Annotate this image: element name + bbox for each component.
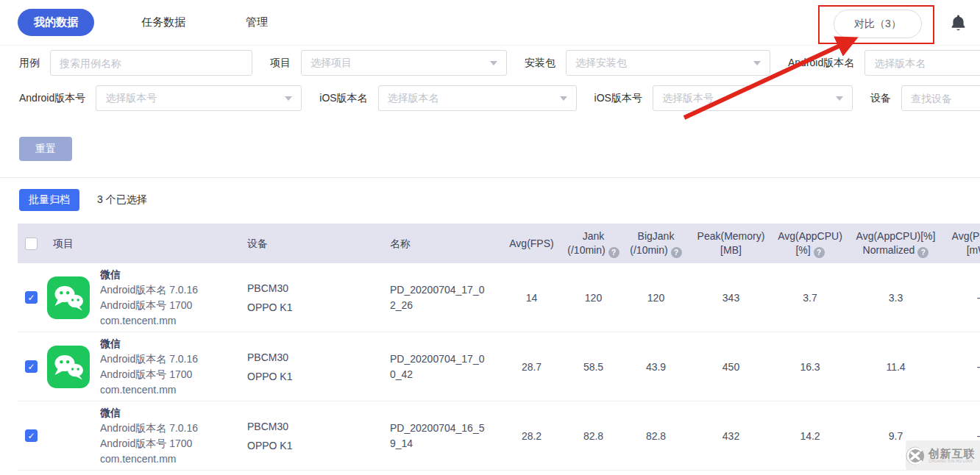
filter-ios-version-name: iOS版本名 选择版本名: [319, 85, 576, 111]
watermark-subtitle: CHUANG XIN HU LIAN: [928, 459, 973, 463]
tab-manage[interactable]: 管理: [246, 15, 268, 29]
watermark: 创新互联 CHUANG XIN HU LIAN: [906, 440, 980, 471]
watermark-logo-icon: [906, 446, 925, 466]
results-table: ✓ 项目 设备 名称 Avg(FPS) Jank (/10min)? BigJa…: [18, 224, 980, 475]
android-version-code-value: 选择版本号: [105, 92, 279, 105]
device-model: PBCM30: [247, 417, 375, 436]
filter-project: 项目 选择项目: [270, 50, 507, 76]
filter-panel: 用例 项目 选择项目 安装包 选择安装包 Androi: [0, 46, 980, 111]
case-name[interactable]: PD_20200704_16_59_14: [375, 421, 500, 451]
help-icon[interactable]: ?: [917, 247, 928, 258]
jank-value: 120: [563, 292, 624, 304]
watermark-title: 创新互联: [928, 448, 980, 459]
header-project[interactable]: 项目: [43, 237, 235, 251]
avg-appcpu-value: 3.7: [774, 292, 846, 304]
app-version-name: Android版本名 7.0.16: [100, 282, 198, 298]
app-version-code: Android版本号 1700: [100, 436, 198, 451]
app-package: com.tencent.mm: [100, 451, 198, 467]
avg-power-value: -: [945, 292, 980, 304]
dropdown-arrow-icon: [490, 61, 497, 65]
top-nav: 我的数据 任务数据 管理 对比（3）: [0, 0, 980, 46]
device-market-name: OPPO K1: [247, 298, 375, 317]
table-row[interactable]: ✓ 微信 Android版本名 7.0.16 Android: [18, 401, 980, 471]
filter-android-version-name: Android版本名: [788, 50, 980, 76]
ios-version-name-select[interactable]: 选择版本名: [378, 85, 577, 111]
usecase-search-input-field[interactable]: [60, 57, 243, 69]
peak-memory-value: 343: [688, 292, 774, 304]
ios-version-name-label: iOS版本名: [319, 92, 367, 105]
app-package: com.tencent.mm: [100, 382, 198, 398]
package-select[interactable]: 选择安装包: [566, 50, 770, 76]
case-name[interactable]: PD_20200704_17_00_42: [375, 351, 500, 382]
case-name[interactable]: PD_20200704_17_02_26: [375, 282, 500, 313]
filter-row-1: 用例 项目 选择项目 安装包 选择安装包 Androi: [19, 50, 980, 76]
android-version-code-label: Android版本号: [19, 92, 85, 105]
tab-my-data[interactable]: 我的数据: [18, 9, 94, 36]
jank-value: 58.5: [563, 361, 624, 373]
header-avg-appcpu[interactable]: Avg(AppCPU) [%]?: [774, 229, 846, 258]
table-header-row: ✓ 项目 设备 名称 Avg(FPS) Jank (/10min)? BigJa…: [18, 224, 980, 263]
batch-archive-button[interactable]: 批量归档: [19, 189, 79, 211]
row-checkbox[interactable]: ✓: [25, 429, 38, 442]
android-version-name-input-field[interactable]: [874, 57, 980, 69]
help-icon[interactable]: ?: [814, 247, 825, 258]
header-peak-memory[interactable]: Peak(Memory) [MB]: [688, 229, 774, 257]
avg-power-value: -: [945, 361, 980, 373]
compare-button[interactable]: 对比（3）: [834, 10, 922, 38]
dropdown-arrow-icon: [285, 96, 292, 101]
app-name: 微信: [100, 336, 198, 351]
ios-version-code-select[interactable]: 选择版本号: [653, 85, 853, 111]
header-jank[interactable]: Jank (/10min)?: [563, 229, 624, 258]
app-package: com.tencent.mm: [100, 313, 198, 329]
bell-icon[interactable]: [950, 14, 967, 35]
device-cell: PBCM30 OPPO K1: [235, 348, 375, 386]
header-name[interactable]: 名称: [375, 237, 500, 251]
dropdown-arrow-icon: [836, 96, 843, 101]
usecase-search-input[interactable]: [50, 50, 252, 76]
device-search-input[interactable]: [901, 85, 980, 111]
dropdown-arrow-icon: [560, 96, 567, 101]
device-search-input-field[interactable]: [911, 93, 980, 104]
filter-row-2: Android版本号 选择版本号 iOS版本名 选择版本名 iOS版本号 选择版…: [19, 85, 980, 111]
wechat-icon: [47, 276, 90, 319]
row-checkbox[interactable]: ✓: [25, 360, 38, 373]
android-version-name-label: Android版本名: [788, 57, 854, 70]
ios-version-name-value: 选择版本名: [388, 92, 554, 105]
avg-appcpu-value: 14.2: [774, 430, 846, 442]
device-market-name: OPPO K1: [247, 367, 375, 386]
table-row[interactable]: ✓ 微信 Android版本名 7.0.16 Android: [18, 263, 980, 332]
ios-version-code-label: iOS版本号: [594, 92, 642, 105]
project-select[interactable]: 选择项目: [301, 50, 507, 76]
row-checkbox-cell: ✓: [18, 291, 43, 304]
bigjank-value: 43.9: [624, 361, 688, 373]
filter-usecase: 用例: [19, 50, 252, 76]
header-avg-appcpu-normalized[interactable]: Avg(AppCPU)[%] Normalized?: [846, 229, 945, 258]
header-bigjank[interactable]: BigJank (/10min)?: [624, 229, 688, 258]
header-avg-power[interactable]: Avg(Power) [mW]: [945, 229, 980, 257]
avg-fps-value: 28.7: [500, 361, 563, 373]
bigjank-value: 82.8: [624, 430, 688, 442]
device-model: PBCM30: [247, 279, 375, 298]
project-select-value: 选择项目: [310, 57, 484, 70]
selected-count-text: 3 个已选择: [97, 193, 147, 207]
avg-appcpu-value: 16.3: [774, 361, 846, 373]
package-select-value: 选择安装包: [575, 57, 748, 70]
help-icon[interactable]: ?: [608, 247, 619, 258]
android-version-code-select[interactable]: 选择版本号: [96, 85, 302, 111]
header-device[interactable]: 设备: [235, 237, 375, 251]
table-row[interactable]: ✓ 微信 Android版本名 7.0.16 Android: [18, 332, 980, 401]
help-icon[interactable]: ?: [671, 247, 682, 258]
project-cell: 微信 Android版本名 7.0.16 Android版本号 1700 com…: [43, 267, 235, 329]
table-row[interactable]: ✓ 微信: [18, 471, 980, 475]
select-all-checkbox[interactable]: ✓: [25, 238, 38, 250]
device-cell: PBCM30 OPPO K1: [235, 417, 375, 455]
android-version-name-input[interactable]: [864, 50, 980, 76]
avg-fps-value: 14: [500, 292, 563, 304]
reset-button[interactable]: 重置: [19, 137, 72, 161]
tab-task-data[interactable]: 任务数据: [141, 15, 185, 29]
app-name: 微信: [100, 405, 198, 421]
app-version-name: Android版本名 7.0.16: [100, 421, 198, 436]
jank-value: 82.8: [563, 430, 624, 442]
row-checkbox[interactable]: ✓: [25, 291, 38, 304]
header-avg-fps[interactable]: Avg(FPS): [500, 237, 563, 251]
